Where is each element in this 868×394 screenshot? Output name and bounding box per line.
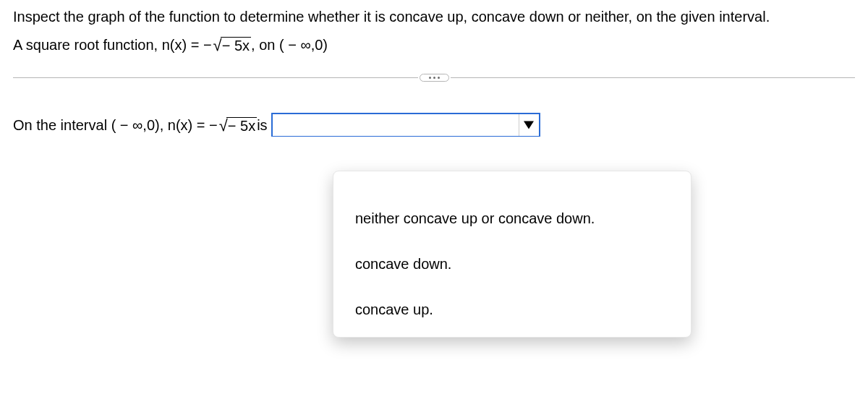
radical-sign-icon: √	[213, 38, 222, 53]
question-instruction: Inspect the graph of the function to det…	[13, 9, 855, 25]
question-prefix: A square root function, n(x) = −	[13, 37, 212, 53]
section-divider	[13, 74, 855, 82]
dot-icon	[433, 77, 435, 79]
radical-sign-icon: √	[219, 118, 228, 134]
question-suffix: , on ( − ∞,0)	[251, 37, 328, 53]
divider-line-left	[13, 77, 418, 78]
radicand: − 5x	[226, 117, 257, 134]
radicand: − 5x	[221, 37, 251, 53]
triangle-down-icon	[524, 120, 534, 130]
dot-icon	[438, 77, 440, 79]
divider-line-right	[451, 77, 856, 78]
expand-pill-button[interactable]	[420, 74, 449, 82]
radical-expression: √ − 5x	[219, 117, 257, 134]
answer-suffix: is	[257, 117, 267, 134]
question-function-line: A square root function, n(x) = − √ − 5x …	[13, 37, 855, 53]
dropdown-caret[interactable]	[519, 114, 539, 136]
dot-icon	[429, 77, 431, 79]
answer-row: On the interval ( − ∞,0), n(x) = − √ − 5…	[13, 114, 855, 137]
answer-dropdown[interactable]	[272, 114, 540, 137]
radical-expression: √ − 5x	[213, 37, 251, 53]
svg-marker-0	[524, 121, 534, 129]
answer-prefix: On the interval ( − ∞,0), n(x) = −	[13, 117, 218, 134]
